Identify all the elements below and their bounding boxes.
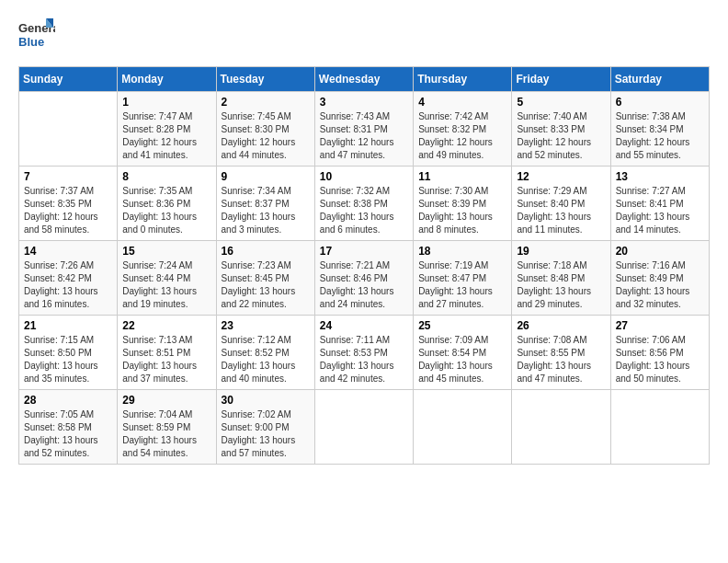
day-cell: 1 Sunrise: 7:47 AMSunset: 8:28 PMDayligh… xyxy=(118,92,216,167)
day-info: Sunrise: 7:11 AMSunset: 8:53 PMDaylight:… xyxy=(320,334,408,385)
header-cell-friday: Friday xyxy=(512,67,610,92)
day-cell: 15 Sunrise: 7:24 AMSunset: 8:44 PMDaylig… xyxy=(118,241,216,316)
day-cell: 3 Sunrise: 7:43 AMSunset: 8:31 PMDayligh… xyxy=(314,92,413,167)
day-info: Sunrise: 7:06 AMSunset: 8:56 PMDaylight:… xyxy=(616,334,704,385)
day-cell: 10 Sunrise: 7:32 AMSunset: 8:38 PMDaylig… xyxy=(314,167,413,241)
day-cell: 4 Sunrise: 7:42 AMSunset: 8:32 PMDayligh… xyxy=(414,92,512,167)
day-info: Sunrise: 7:23 AMSunset: 8:45 PMDaylight:… xyxy=(222,259,310,311)
header-cell-wednesday: Wednesday xyxy=(314,67,413,92)
day-number: 12 xyxy=(517,170,605,183)
day-info: Sunrise: 7:05 AMSunset: 8:58 PMDaylight:… xyxy=(24,408,112,460)
day-number: 9 xyxy=(222,170,310,183)
day-info: Sunrise: 7:26 AMSunset: 8:42 PMDaylight:… xyxy=(24,259,112,311)
week-row-4: 21 Sunrise: 7:15 AMSunset: 8:50 PMDaylig… xyxy=(19,316,710,390)
day-cell xyxy=(610,390,709,465)
day-cell: 11 Sunrise: 7:30 AMSunset: 8:39 PMDaylig… xyxy=(414,167,512,241)
day-number: 10 xyxy=(320,170,408,183)
day-info: Sunrise: 7:04 AMSunset: 8:59 PMDaylight:… xyxy=(122,408,210,460)
day-number: 20 xyxy=(616,245,704,258)
day-info: Sunrise: 7:47 AMSunset: 8:28 PMDaylight:… xyxy=(122,110,210,162)
week-row-3: 14 Sunrise: 7:26 AMSunset: 8:42 PMDaylig… xyxy=(19,241,710,316)
header-cell-saturday: Saturday xyxy=(610,67,709,92)
day-info: Sunrise: 7:38 AMSunset: 8:34 PMDaylight:… xyxy=(616,110,704,162)
day-number: 18 xyxy=(418,245,506,258)
day-info: Sunrise: 7:24 AMSunset: 8:44 PMDaylight:… xyxy=(122,259,210,311)
header-cell-thursday: Thursday xyxy=(414,67,512,92)
day-number: 13 xyxy=(616,170,704,183)
day-cell: 24 Sunrise: 7:11 AMSunset: 8:53 PMDaylig… xyxy=(314,316,413,390)
day-cell: 13 Sunrise: 7:27 AMSunset: 8:41 PMDaylig… xyxy=(610,167,709,241)
day-cell: 21 Sunrise: 7:15 AMSunset: 8:50 PMDaylig… xyxy=(19,316,118,390)
day-cell: 2 Sunrise: 7:45 AMSunset: 8:30 PMDayligh… xyxy=(216,92,314,167)
day-info: Sunrise: 7:15 AMSunset: 8:50 PMDaylight:… xyxy=(24,334,112,385)
day-info: Sunrise: 7:42 AMSunset: 8:32 PMDaylight:… xyxy=(418,110,506,162)
day-info: Sunrise: 7:09 AMSunset: 8:54 PMDaylight:… xyxy=(418,334,506,385)
day-cell: 7 Sunrise: 7:37 AMSunset: 8:35 PMDayligh… xyxy=(19,167,118,241)
day-number: 6 xyxy=(616,96,704,109)
calendar-body: 1 Sunrise: 7:47 AMSunset: 8:28 PMDayligh… xyxy=(19,92,710,465)
day-cell: 16 Sunrise: 7:23 AMSunset: 8:45 PMDaylig… xyxy=(216,241,314,316)
day-number: 5 xyxy=(517,96,605,109)
day-info: Sunrise: 7:18 AMSunset: 8:48 PMDaylight:… xyxy=(517,259,605,311)
day-cell: 25 Sunrise: 7:09 AMSunset: 8:54 PMDaylig… xyxy=(414,316,512,390)
day-number: 23 xyxy=(222,319,310,332)
day-cell: 28 Sunrise: 7:05 AMSunset: 8:58 PMDaylig… xyxy=(19,390,118,465)
day-info: Sunrise: 7:08 AMSunset: 8:55 PMDaylight:… xyxy=(517,334,605,385)
day-cell: 14 Sunrise: 7:26 AMSunset: 8:42 PMDaylig… xyxy=(19,241,118,316)
day-cell xyxy=(414,390,512,465)
day-number: 21 xyxy=(24,319,112,332)
calendar-table: SundayMondayTuesdayWednesdayThursdayFrid… xyxy=(18,66,710,465)
day-info: Sunrise: 7:43 AMSunset: 8:31 PMDaylight:… xyxy=(320,110,408,162)
day-cell: 5 Sunrise: 7:40 AMSunset: 8:33 PMDayligh… xyxy=(512,92,610,167)
day-cell: 8 Sunrise: 7:35 AMSunset: 8:36 PMDayligh… xyxy=(118,167,216,241)
day-info: Sunrise: 7:02 AMSunset: 9:00 PMDaylight:… xyxy=(222,408,310,460)
day-number: 25 xyxy=(418,319,506,332)
week-row-2: 7 Sunrise: 7:37 AMSunset: 8:35 PMDayligh… xyxy=(19,167,710,241)
day-number: 2 xyxy=(222,96,310,109)
day-number: 24 xyxy=(320,319,408,332)
day-number: 3 xyxy=(320,96,408,109)
day-info: Sunrise: 7:29 AMSunset: 8:40 PMDaylight:… xyxy=(517,185,605,236)
day-info: Sunrise: 7:16 AMSunset: 8:49 PMDaylight:… xyxy=(616,259,704,311)
day-info: Sunrise: 7:19 AMSunset: 8:47 PMDaylight:… xyxy=(418,259,506,311)
day-number: 11 xyxy=(418,170,506,183)
header-cell-monday: Monday xyxy=(118,67,216,92)
day-cell: 20 Sunrise: 7:16 AMSunset: 8:49 PMDaylig… xyxy=(610,241,709,316)
day-number: 27 xyxy=(616,319,704,332)
day-cell: 26 Sunrise: 7:08 AMSunset: 8:55 PMDaylig… xyxy=(512,316,610,390)
day-info: Sunrise: 7:12 AMSunset: 8:52 PMDaylight:… xyxy=(222,334,310,385)
day-number: 15 xyxy=(122,245,210,258)
day-number: 16 xyxy=(222,245,310,258)
day-cell xyxy=(19,92,118,167)
day-cell xyxy=(512,390,610,465)
day-number: 17 xyxy=(320,245,408,258)
day-cell: 6 Sunrise: 7:38 AMSunset: 8:34 PMDayligh… xyxy=(610,92,709,167)
week-row-1: 1 Sunrise: 7:47 AMSunset: 8:28 PMDayligh… xyxy=(19,92,710,167)
day-number: 29 xyxy=(122,394,210,407)
day-number: 22 xyxy=(122,319,210,332)
day-info: Sunrise: 7:30 AMSunset: 8:39 PMDaylight:… xyxy=(418,185,506,236)
day-info: Sunrise: 7:37 AMSunset: 8:35 PMDaylight:… xyxy=(24,185,112,236)
calendar-header: SundayMondayTuesdayWednesdayThursdayFrid… xyxy=(19,67,710,92)
day-info: Sunrise: 7:27 AMSunset: 8:41 PMDaylight:… xyxy=(616,185,704,236)
page-header: General Blue xyxy=(18,18,710,52)
header-cell-tuesday: Tuesday xyxy=(216,67,314,92)
day-cell: 22 Sunrise: 7:13 AMSunset: 8:51 PMDaylig… xyxy=(118,316,216,390)
day-info: Sunrise: 7:35 AMSunset: 8:36 PMDaylight:… xyxy=(122,185,210,236)
day-cell: 18 Sunrise: 7:19 AMSunset: 8:47 PMDaylig… xyxy=(414,241,512,316)
day-cell: 23 Sunrise: 7:12 AMSunset: 8:52 PMDaylig… xyxy=(216,316,314,390)
day-cell: 19 Sunrise: 7:18 AMSunset: 8:48 PMDaylig… xyxy=(512,241,610,316)
day-cell: 9 Sunrise: 7:34 AMSunset: 8:37 PMDayligh… xyxy=(216,167,314,241)
header-row: SundayMondayTuesdayWednesdayThursdayFrid… xyxy=(19,67,710,92)
day-cell xyxy=(314,390,413,465)
day-number: 8 xyxy=(122,170,210,183)
day-info: Sunrise: 7:40 AMSunset: 8:33 PMDaylight:… xyxy=(517,110,605,162)
day-cell: 17 Sunrise: 7:21 AMSunset: 8:46 PMDaylig… xyxy=(314,241,413,316)
week-row-5: 28 Sunrise: 7:05 AMSunset: 8:58 PMDaylig… xyxy=(19,390,710,465)
day-number: 1 xyxy=(122,96,210,109)
header-cell-sunday: Sunday xyxy=(19,67,118,92)
svg-text:Blue: Blue xyxy=(18,35,44,49)
day-number: 26 xyxy=(517,319,605,332)
day-cell: 30 Sunrise: 7:02 AMSunset: 9:00 PMDaylig… xyxy=(216,390,314,465)
logo-svg: General Blue xyxy=(18,18,55,52)
